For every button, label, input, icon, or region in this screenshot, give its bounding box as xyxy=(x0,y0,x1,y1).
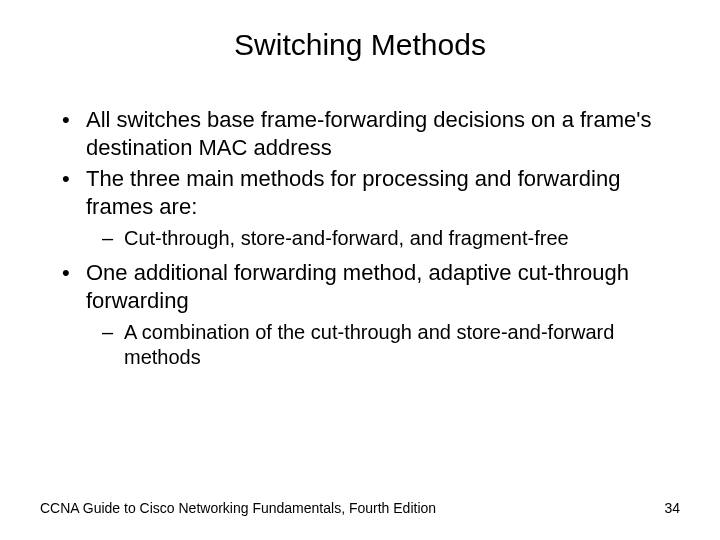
list-item: Cut-through, store-and-forward, and frag… xyxy=(102,226,680,251)
slide-title: Switching Methods xyxy=(40,28,680,62)
sub-bullet-list: Cut-through, store-and-forward, and frag… xyxy=(86,226,680,251)
list-item: A combination of the cut-through and sto… xyxy=(102,320,680,370)
bullet-text: A combination of the cut-through and sto… xyxy=(124,321,614,368)
footer-source: CCNA Guide to Cisco Networking Fundament… xyxy=(40,500,436,516)
list-item: One additional forwarding method, adapti… xyxy=(62,259,680,370)
bullet-text: One additional forwarding method, adapti… xyxy=(86,260,629,313)
list-item: All switches base frame-forwarding decis… xyxy=(62,106,680,161)
bullet-list: All switches base frame-forwarding decis… xyxy=(40,106,680,370)
bullet-text: All switches base frame-forwarding decis… xyxy=(86,107,651,160)
slide-footer: CCNA Guide to Cisco Networking Fundament… xyxy=(40,500,680,516)
list-item: The three main methods for processing an… xyxy=(62,165,680,251)
sub-bullet-list: A combination of the cut-through and sto… xyxy=(86,320,680,370)
page-number: 34 xyxy=(664,500,680,516)
bullet-text: Cut-through, store-and-forward, and frag… xyxy=(124,227,569,249)
bullet-text: The three main methods for processing an… xyxy=(86,166,620,219)
